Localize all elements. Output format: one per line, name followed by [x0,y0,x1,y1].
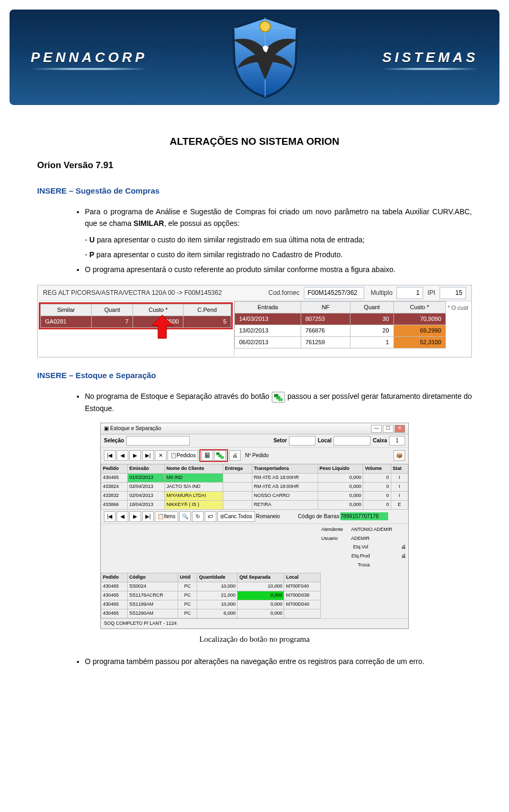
canc-todos-button[interactable]: ⊘ Canc.Todos [217,511,255,522]
itens-button[interactable]: 📋 Itens [155,511,178,522]
caixa-field[interactable]: 1 [389,436,405,446]
table-row[interactable]: 43046501/03/2013MII INDRM ATE AS 18:00HR… [101,473,408,482]
col-header[interactable]: C.Pend [183,304,231,316]
cell: 70,9090 [393,313,445,325]
search-button[interactable]: 🔍 [179,511,191,522]
eagle-icon [228,15,302,100]
nav-last-button[interactable]: ▶| [142,511,154,522]
cell: 20 [350,325,393,337]
table-row[interactable]: 430465SS0024PC10,00010,000M700F040 [101,582,321,591]
nav-next-button[interactable]: ▶ [129,450,141,461]
usuario-label: Usuario [321,535,351,543]
table-row[interactable]: 43383202/04/2013MIYAMURA LTDA!NOSSO CARR… [101,491,408,500]
pedidos-table[interactable]: Pedido Emissão Nome do Cliente Entrega T… [101,464,408,510]
table-row[interactable]: 14/03/2013 807253 30 70,9090 [235,313,446,325]
cell: 1 [350,337,393,348]
codfornec-field[interactable]: F00M145257/362 [304,287,364,299]
itens-table[interactable]: Pedido Código Unid Quantidade Qtd Separa… [101,573,321,618]
cell: 52,3100 [393,337,445,348]
col-header[interactable]: NF [301,302,350,313]
delete-button[interactable]: ✕ [155,450,166,461]
caixa-label: Caixa [373,436,387,445]
status-bar: SOQ COMPLETO P/ LANT - 1124 [101,618,408,628]
pedidos-button[interactable]: 📋 Pedidos [168,450,198,461]
setor-field[interactable] [289,436,315,446]
bullet-item: O programa apresentará o custo referente… [85,264,472,276]
col-header[interactable]: Peso Líquido [318,464,363,473]
col-header[interactable]: Stat [391,464,408,473]
usuario-field[interactable]: ADEMIR [351,535,406,543]
similar-table[interactable]: Similar Quant Custo * C.Pend GA0281 7 53… [40,304,231,328]
faturamento-button-icon [271,391,285,403]
minimize-button[interactable]: — [371,425,382,433]
col-header[interactable]: Volume [363,464,391,473]
nav-last-button[interactable]: ▶| [142,450,154,461]
col-header[interactable]: Local [284,573,321,582]
text: - [85,235,90,244]
npedido-label: Nº Pedido [245,451,269,460]
etqprod-button[interactable]: Etq.Prod [321,553,400,560]
col-header[interactable]: Entrega [223,464,252,473]
tag-button[interactable]: 🏷 [205,511,216,522]
svg-rect-4 [278,398,283,401]
multiplo-field[interactable]: 1 [397,287,423,299]
version-heading: Orion Versão 7.91 [37,159,472,172]
figure-caption: Localização do botão no programa [37,633,472,645]
col-header[interactable]: Código [127,573,178,582]
table-row[interactable]: 43386618/04/2013NIKKEY® ( IS )RETIRA0,00… [101,500,408,509]
troca-button[interactable]: Troca [321,562,406,569]
cell: 13/02/2013 [235,325,301,337]
page-title: ALTERAÇÕES NO SISTEMA ORION [37,134,472,149]
book-button[interactable]: 📓 [201,450,213,461]
cell: 807253 [301,313,350,325]
box-button[interactable]: 📦 [393,450,405,461]
col-header[interactable]: Unid [178,573,197,582]
section2-heading: INSERE – Estoque e Separação [37,369,472,381]
atendente-field[interactable]: ANTONIO ADEMIR [351,526,406,534]
table-row[interactable]: 430465SS1199AMPC10,0000,000M700D040 [101,600,321,609]
col-header[interactable]: Pedido [101,464,128,473]
table-row[interactable]: 13/02/2013 766876 20 69,2990 [235,325,446,337]
etqvol-button[interactable]: Etq.Vol [321,544,400,551]
nav-first-button[interactable]: |◀ [104,450,116,461]
col-header[interactable]: Quant [91,304,133,316]
romaneio-label: Romaneio [256,512,280,521]
table-row[interactable]: GA0281 7 53,3600 5 [41,316,231,328]
nav-prev-button[interactable]: ◀ [117,450,128,461]
entrada-table[interactable]: Entrada NF Quant Custo * 14/03/2013 8072… [234,301,446,348]
col-header[interactable]: Similar [41,304,92,316]
col-header[interactable]: Entrada [235,302,301,313]
screenshot-estoque-window: ▣ Estoque e Separação — ☐ ✕ Seleção Seto… [100,423,409,629]
text-bold: SIMILAR [134,219,164,228]
col-header[interactable]: Quant [350,302,393,313]
table-row[interactable]: 43382402/04/2013JACTO S/A INDRM ATE AS 1… [101,482,408,491]
col-header[interactable]: Emissão [127,464,164,473]
maximize-button[interactable]: ☐ [383,425,393,433]
highlight-box: 📓 [199,449,228,462]
table-row[interactable]: 430465SS1290AMPC6,0000,000 [101,609,321,618]
col-header[interactable]: Nome do Cliente [165,464,223,473]
print-button[interactable]: 🖨 [229,450,241,461]
refresh-button[interactable]: ↻ [192,511,204,522]
ipi-field[interactable]: 15 [440,287,466,299]
local-field[interactable] [334,436,371,446]
nav-first-button[interactable]: |◀ [104,511,116,522]
col-header[interactable]: Transportadora [252,464,318,473]
nav-next-button[interactable]: ▶ [129,511,141,522]
close-button[interactable]: ✕ [394,425,405,433]
section1-heading: INSERE – Sugestão de Compras [37,185,472,197]
text: No programa de Estoque e Separação atrav… [85,392,271,400]
selecao-field[interactable] [126,436,190,446]
col-header[interactable]: Custo * [393,302,445,313]
table-row[interactable]: 06/02/2013 761259 1 52,3100 [235,337,446,348]
cell: 06/02/2013 [235,337,301,348]
cell: GA0281 [41,316,92,328]
col-header[interactable]: Qtd Separada [238,573,284,582]
cell: 766876 [301,325,350,337]
faturamento-button[interactable] [214,450,226,461]
col-header[interactable]: Quantidade [197,573,238,582]
table-row[interactable]: 430465SS1176ACRCRPC21,0000,000M700D038 [101,591,321,600]
col-header[interactable]: Pedido [101,573,128,582]
codbarras-field[interactable]: 7899157707176 [340,512,388,521]
nav-prev-button[interactable]: ◀ [117,511,128,522]
